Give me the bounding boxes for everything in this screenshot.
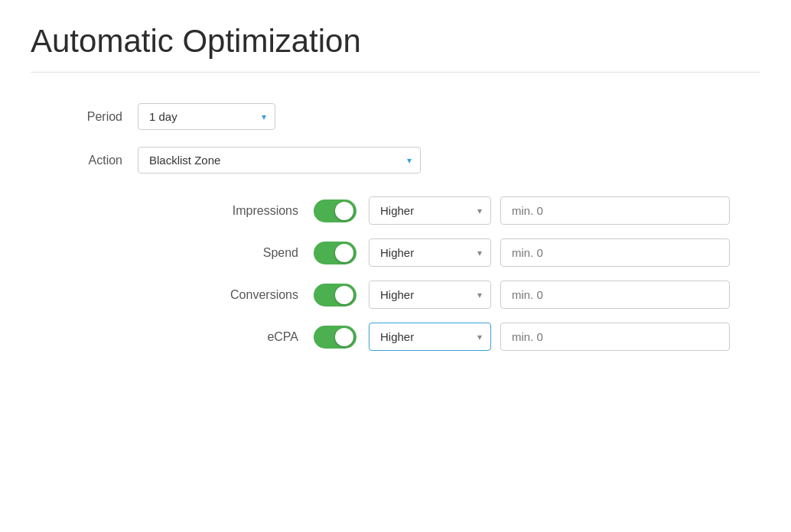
metric-min-input-conversions[interactable] (500, 281, 730, 309)
metric-toggle-spend[interactable] (314, 242, 356, 264)
metric-label-conversions: Conversions (31, 288, 314, 302)
page-title: Automatic Optimization (31, 23, 760, 60)
metric-direction-select-spend[interactable]: HigherLower (369, 238, 491, 267)
metric-row-ecpa: eCPAHigherLower▾ (31, 323, 760, 351)
metric-direction-wrapper-conversions: HigherLower▾ (369, 281, 491, 309)
action-select[interactable]: Blacklist Zone Whitelist Zone Adjust Bid (138, 147, 421, 174)
metric-toggle-ecpa[interactable] (314, 326, 356, 349)
metric-direction-wrapper-spend: HigherLower▾ (369, 238, 491, 267)
metric-toggle-conversions[interactable] (314, 284, 356, 307)
metric-direction-select-ecpa[interactable]: HigherLower (369, 323, 491, 351)
metric-row-impressions: ImpressionsHigherLower▾ (31, 196, 760, 225)
metric-row-spend: SpendHigherLower▾ (31, 238, 760, 267)
title-divider (31, 72, 760, 73)
metric-direction-wrapper-ecpa: HigherLower▾ (369, 323, 491, 351)
period-select-wrapper: 1 day 3 days 7 days 14 days 30 days ▾ (138, 103, 275, 130)
action-select-wrapper: Blacklist Zone Whitelist Zone Adjust Bid… (138, 147, 421, 174)
metric-row-conversions: ConversionsHigherLower▾ (31, 281, 760, 309)
metric-direction-select-impressions[interactable]: HigherLower (369, 196, 491, 225)
metric-label-impressions: Impressions (31, 204, 314, 218)
metric-direction-wrapper-impressions: HigherLower▾ (369, 196, 491, 225)
metric-min-input-impressions[interactable] (500, 196, 730, 225)
metric-direction-select-conversions[interactable]: HigherLower (369, 281, 491, 309)
metric-min-input-spend[interactable] (500, 238, 730, 267)
metrics-section: ImpressionsHigherLower▾SpendHigherLower▾… (31, 196, 760, 351)
period-row: Period 1 day 3 days 7 days 14 days 30 da… (31, 103, 760, 130)
action-label: Action (31, 154, 122, 167)
metric-min-input-ecpa[interactable] (500, 323, 730, 351)
metric-toggle-impressions[interactable] (314, 200, 356, 222)
action-row: Action Blacklist Zone Whitelist Zone Adj… (31, 147, 760, 174)
period-select[interactable]: 1 day 3 days 7 days 14 days 30 days (138, 103, 275, 130)
metric-label-spend: Spend (31, 246, 314, 260)
metric-label-ecpa: eCPA (31, 330, 314, 344)
period-label: Period (31, 110, 122, 124)
